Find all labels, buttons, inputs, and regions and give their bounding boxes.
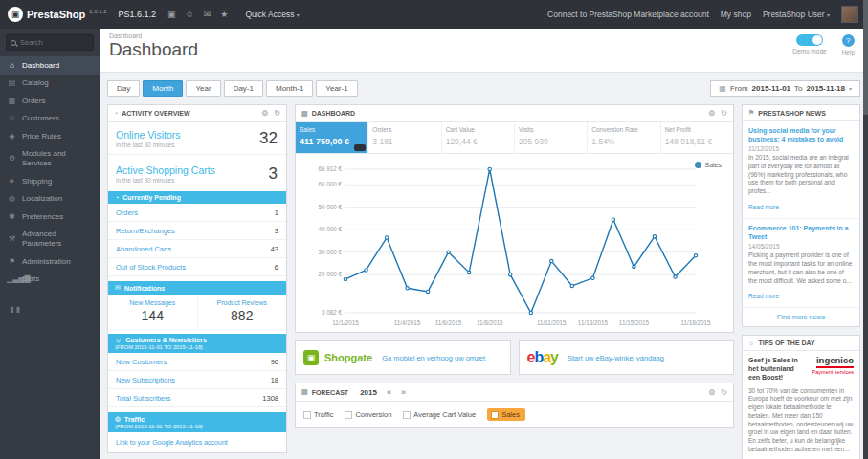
shopgate-link[interactable]: Ga mobiel en verhoog uw omzet <box>382 354 485 362</box>
row-label: Orders <box>116 208 138 217</box>
help-button[interactable]: ? <box>842 34 855 47</box>
find-more-news-link[interactable]: Find more news <box>743 308 859 326</box>
topbar-messages-icon[interactable]: ✉ <box>204 10 211 19</box>
sidebar-item-orders[interactable]: ▦Orders <box>0 92 100 110</box>
topbar-customers-icon[interactable]: ☺ <box>186 10 194 19</box>
product-reviews[interactable]: Product Reviews 882 <box>197 295 287 329</box>
activity-panel-title: ACTIVITY OVERVIEW <box>122 110 189 117</box>
customers-row-new-subscriptions[interactable]: New Subscriptions18 <box>108 371 286 389</box>
news-article-title[interactable]: Ecommerce 101: Payments in a Tweet <box>748 224 854 241</box>
sidebar-item-localization[interactable]: ◍Localization <box>0 190 100 208</box>
prestashop-news-panel: ⚑ PRESTASHOP NEWS Using social media for… <box>742 104 860 327</box>
next-year-button[interactable]: » <box>401 387 406 397</box>
kpi-visits[interactable]: Visits 205 939 <box>515 122 588 153</box>
sidebar-item-dashboard[interactable]: ⌂Dashboard <box>0 56 100 75</box>
prestashop-logo[interactable]: ▣ PrestaShop 1.6.1.2 <box>0 7 115 22</box>
filter-year-button[interactable]: Year <box>186 80 220 97</box>
kpi-value: 148 918,51 € <box>665 137 729 146</box>
my-shop-link[interactable]: My shop <box>721 10 751 19</box>
customers-row-new-customers[interactable]: New Customers90 <box>108 353 286 371</box>
topbar-cart-icon[interactable]: ▣ <box>167 10 176 19</box>
scrollbar-thumb[interactable] <box>863 0 868 115</box>
filter-day-1-button[interactable]: Day-1 <box>224 80 263 97</box>
news-article-title[interactable]: Using social media for your business: 4 … <box>748 126 854 143</box>
kpi-orders[interactable]: Orders 3 181 <box>368 122 441 153</box>
pending-row-out-of-stock[interactable]: Out of Stock Products6 <box>108 258 286 276</box>
sidebar-item-shipping[interactable]: ✈Shipping <box>0 172 100 190</box>
sidebar-collapse-button[interactable]: ▮▮ <box>0 301 100 317</box>
shipping-icon: ✈ <box>7 177 17 186</box>
filter-day-button[interactable]: Day <box>107 80 140 97</box>
sidebar-item-customers[interactable]: ☺Customers <box>0 110 100 128</box>
scrollbar <box>863 0 868 459</box>
sidebar-item-modules[interactable]: ⚙Modules and Services <box>0 145 100 172</box>
read-more-link[interactable]: Read more <box>748 204 779 210</box>
topbar: ▣ PrestaShop 1.6.1.2 PS1.6.1.2 ▣ ☺ ✉ ★ Q… <box>0 0 868 29</box>
sidebar-item-preferences[interactable]: ✱Preferences <box>0 208 100 226</box>
demo-mode-toggle[interactable] <box>796 34 823 46</box>
gear-icon[interactable]: ⚙ <box>261 109 268 118</box>
avatar[interactable] <box>841 6 858 23</box>
sidebar-item-catalog[interactable]: ▤Catalog <box>0 75 100 93</box>
kpi-conversion-rate[interactable]: Conversion Rate 1.54% <box>588 122 660 153</box>
tips-of-the-day-panel: ☼ TIPS OF THE DAY Geef je Sales in het b… <box>742 335 860 459</box>
filter-year-1-button[interactable]: Year-1 <box>316 80 357 97</box>
forecast-legend-average-cart-value[interactable]: Average Cart Value <box>403 410 476 419</box>
quick-access-menu[interactable]: Quick Access ▾ <box>245 10 299 19</box>
notif-value: 882 <box>200 308 285 323</box>
orders-icon: ▦ <box>7 97 17 106</box>
chart-legend[interactable]: Sales <box>695 162 722 168</box>
active-shopping-carts: Active Shopping Carts in the last 30 min… <box>108 158 286 186</box>
news-article-body: Picking a payment provider is one of the… <box>748 251 854 285</box>
news-panel-title: PRESTASHOP NEWS <box>758 110 826 117</box>
news-article: Ecommerce 101: Payments in a Tweet 14/05… <box>743 219 859 308</box>
sidebar-item-stats[interactable]: ▁▃▅▇Stats <box>0 271 100 289</box>
pending-row-abandoned-carts[interactable]: Abandoned Carts43 <box>108 240 286 258</box>
refresh-icon[interactable]: ↻ <box>721 388 727 397</box>
customers-row-total-subscribers[interactable]: Total Subscribers1308 <box>108 389 286 407</box>
search-input[interactable] <box>20 38 89 47</box>
pending-row-returns[interactable]: Return/Exchanges3 <box>108 222 286 240</box>
refresh-icon[interactable]: ↻ <box>721 109 727 118</box>
filter-month-1-button[interactable]: Month-1 <box>266 80 313 97</box>
read-more-link[interactable]: Read more <box>748 293 779 299</box>
price-rules-icon: ◈ <box>7 132 17 142</box>
forecast-legend-sales[interactable]: Sales <box>487 408 525 421</box>
kpi-cart-value[interactable]: Cart Value 129,44 € <box>442 122 515 153</box>
google-analytics-link[interactable]: Link to your Google Analytics account <box>108 432 286 452</box>
legend-dot-icon <box>695 162 701 168</box>
refresh-icon[interactable]: ↻ <box>274 109 280 118</box>
shop-version: PS1.6.1.2 <box>119 10 157 19</box>
new-messages[interactable]: New Messages 144 <box>108 295 197 329</box>
marketplace-link[interactable]: Connect to PrestaShop Marketplace accoun… <box>547 10 709 19</box>
topbar-stats-icon[interactable]: ★ <box>220 10 228 19</box>
date-range-picker[interactable]: ▦ From 2015-11-01 To 2015-11-18 ▾ <box>710 80 860 97</box>
forecast-legend-traffic[interactable]: Traffic <box>303 410 333 419</box>
sidebar-item-price-rules[interactable]: ◈Price Rules <box>0 127 100 145</box>
forecast-legend-conversion[interactable]: Conversion <box>345 410 391 419</box>
sidebar-item-advanced-parameters[interactable]: ⚒Advanced Parameters <box>0 226 100 252</box>
quick-access-label: Quick Access <box>245 10 294 19</box>
clock-icon: ◔ <box>114 110 118 117</box>
kpi-sales[interactable]: Sales 411 759,00 € <box>296 122 368 153</box>
kpi-net-profit[interactable]: Net Profit 148 918,51 € <box>661 122 733 153</box>
ebay-link[interactable]: Start uw eBay-winkel vandaag <box>568 354 664 362</box>
user-menu[interactable]: PrestaShop User ▾ <box>763 10 830 19</box>
sidebar-search[interactable] <box>6 34 94 51</box>
legend-label: Sales <box>501 410 520 419</box>
pending-row-orders[interactable]: Orders1 <box>108 204 286 222</box>
sidebar-item-administration[interactable]: ⚑Administration <box>0 252 100 271</box>
chevron-down-icon: ▾ <box>849 85 852 92</box>
notif-label: New Messages <box>110 299 195 306</box>
online-visitors-value: 32 <box>259 129 278 148</box>
filter-month-button[interactable]: Month <box>143 80 183 97</box>
previous-year-button[interactable]: « <box>387 387 391 397</box>
ebay-letter: b <box>534 349 543 365</box>
customers-icon: ☺ <box>7 114 17 123</box>
row-value: 1308 <box>262 394 278 403</box>
gear-icon[interactable]: ⚙ <box>708 109 715 118</box>
kpi-row: Sales 411 759,00 € Orders 3 181 Cart Val… <box>296 122 733 154</box>
active-carts-sub: in the last 30 minutes <box>116 177 278 184</box>
date-from-value: 2015-11-01 <box>752 84 790 93</box>
gear-icon[interactable]: ⚙ <box>708 388 715 397</box>
